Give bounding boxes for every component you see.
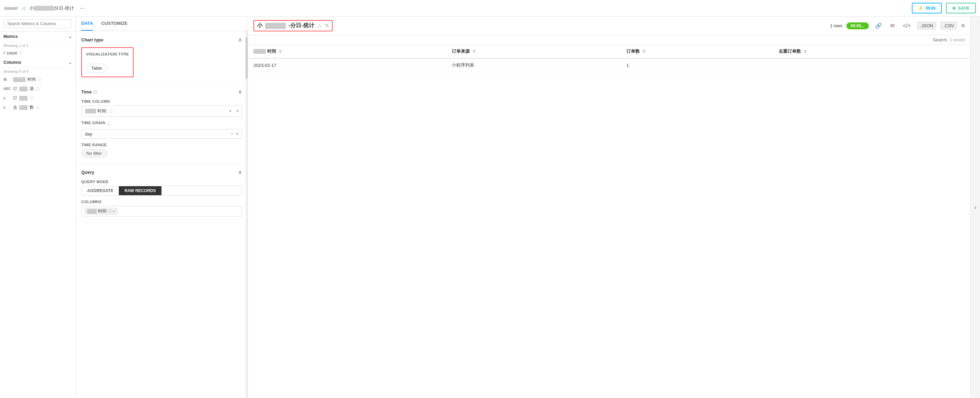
- time-grain-label: TIME GRAIN: [81, 121, 105, 125]
- metrics-collapse-icon: ▲: [68, 35, 72, 38]
- query-header[interactable]: Query ∧: [81, 169, 242, 176]
- info-icon-col-0[interactable]: ⓘ: [38, 77, 41, 82]
- save-button[interactable]: ⊕ SAVE: [946, 3, 976, 13]
- top-bar: dataset ◁ 小 分日-统计 ··· ⚡ RUN ⊕ SAVE: [0, 0, 980, 16]
- metrics-section-header[interactable]: Metrics ▲: [0, 31, 75, 42]
- table-row: 2023-02-17 小程序列表 1: [248, 58, 970, 72]
- info-icon-count[interactable]: ⓘ: [19, 51, 22, 56]
- search-bar: Search 1 record: [248, 35, 970, 45]
- right-header: 小 -分日-统计 ☆ ✎ 1 rows 00:00... 🔗 ✉ </> .JS…: [248, 16, 970, 35]
- cell-0-0: 2023-02-17: [248, 58, 446, 72]
- right-sidebar-toggle[interactable]: ›: [970, 16, 980, 398]
- search-box: [0, 16, 75, 31]
- search-bar-info: 1 record: [950, 38, 965, 42]
- scrollbar-thumb[interactable]: [245, 37, 248, 78]
- col-header-1[interactable]: 订单来源 ⇅: [446, 45, 621, 58]
- col-name-suffix-3: 数: [30, 104, 34, 110]
- col-type-icon-3: #: [3, 105, 11, 110]
- col-header-text-1: 订单来源: [452, 49, 470, 54]
- time-grain-info-icon[interactable]: ⓘ: [107, 121, 111, 126]
- mail-icon[interactable]: ✉: [888, 22, 897, 30]
- tag-info-icon-0[interactable]: ⓘ: [108, 209, 111, 214]
- left-panel: Metrics ▲ Showing 1 of 1 f count ⓘ Colum…: [0, 16, 76, 398]
- sort-icon-1: ⇅: [473, 49, 476, 53]
- columns-section-header[interactable]: Columns ▲: [0, 57, 75, 68]
- dataset-label: dataset: [4, 6, 18, 11]
- chart-title-blurred: [265, 23, 286, 29]
- col-name-blurred-3: [19, 105, 27, 110]
- more-menu-icon[interactable]: ≡: [961, 22, 965, 29]
- sort-icon-3: ⇅: [804, 49, 807, 53]
- table-container: 时间 ⇅ 订单来源 ⇅ 订单数 ⇅: [248, 45, 970, 398]
- timer-badge: 00:00...: [846, 22, 869, 29]
- raw-records-button[interactable]: RAW RECORDS: [119, 186, 161, 195]
- query-section: Query ∧ QUERY MODE AGGREGATE RAW RECORDS…: [76, 163, 248, 222]
- col-type-icon-0: ⊞: [3, 77, 11, 82]
- json-button[interactable]: .JSON: [917, 22, 936, 30]
- columns-tag-input[interactable]: 时间 ⓘ ×: [81, 206, 242, 217]
- chart-title: 小 -分日-统计: [257, 22, 314, 29]
- scrollbar-track[interactable]: [245, 16, 248, 398]
- search-input[interactable]: [3, 19, 72, 28]
- star-icon[interactable]: ☆: [317, 22, 322, 29]
- title-actions: ☆ ✎: [317, 22, 329, 29]
- col-header-3[interactable]: 去重订单数 ⇅: [773, 45, 970, 58]
- data-table: 时间 ⇅ 订单来源 ⇅ 订单数 ⇅: [248, 45, 970, 72]
- col-header-blurred-0: [253, 49, 266, 54]
- chart-type-section: Chart type ∧ VISUALIZATION TYPETable: [76, 31, 248, 83]
- time-info-icon[interactable]: ⓘ: [93, 90, 97, 94]
- metric-item-count[interactable]: f count ⓘ: [0, 49, 75, 57]
- info-icon-time-col[interactable]: ⓘ: [109, 109, 113, 114]
- dataset-options-button[interactable]: ···: [78, 4, 86, 13]
- tab-data[interactable]: DATA: [81, 16, 93, 31]
- select-arrow-icon: ▾: [229, 109, 231, 113]
- info-icon-col-2[interactable]: ⓘ: [30, 96, 33, 101]
- info-icon-col-3[interactable]: ⓘ: [36, 105, 39, 110]
- run-button[interactable]: ⚡ RUN: [912, 3, 942, 13]
- code-icon[interactable]: </>: [901, 22, 913, 30]
- link-icon[interactable]: 🔗: [873, 22, 884, 30]
- col-header-2[interactable]: 订单数 ⇅: [621, 45, 773, 58]
- column-item-2[interactable]: # 订 ⓘ: [0, 93, 75, 103]
- time-column-select[interactable]: 时间 ⓘ ▾: [81, 105, 242, 117]
- chart-title-container: 小 -分日-统计 ☆ ✎: [253, 20, 332, 31]
- col-name-2: 订: [13, 95, 17, 101]
- col-name-suffix-0: 时间: [27, 77, 36, 82]
- aggregate-button[interactable]: AGGREGATE: [82, 186, 119, 195]
- col-type-icon-1: ABC: [3, 87, 11, 91]
- col-name-blurred-2: [19, 96, 27, 101]
- rows-badge: 1 rows: [830, 24, 842, 28]
- right-panel: 小 -分日-统计 ☆ ✎ 1 rows 00:00... 🔗 ✉ </> .JS…: [248, 16, 970, 398]
- function-icon: f: [3, 51, 5, 55]
- dataset-name: 小 分日-统计: [29, 5, 74, 11]
- sort-icon-2: ⇅: [643, 49, 646, 53]
- time-grain-clear-icon[interactable]: ×: [231, 131, 234, 137]
- column-item-3[interactable]: # 去 数 ⓘ: [0, 103, 75, 112]
- dataset-nav-icon[interactable]: ◁: [22, 5, 25, 11]
- viz-type-pill[interactable]: Table: [86, 64, 107, 72]
- info-icon-col-1[interactable]: ⓘ: [36, 86, 39, 91]
- col-header-0[interactable]: 时间 ⇅: [248, 45, 446, 58]
- tab-customize[interactable]: CUSTOMIZE: [101, 16, 127, 31]
- time-column-label: TIME COLUMN: [81, 99, 242, 104]
- csv-button[interactable]: .CSV: [940, 22, 957, 30]
- time-grain-select[interactable]: day × ▾: [81, 129, 242, 139]
- time-grain-arrow-icon: ▾: [236, 131, 238, 136]
- chevron-right-icon: ›: [975, 204, 977, 211]
- time-range-button[interactable]: No filter: [81, 149, 107, 158]
- col-header-text-2: 订单数: [626, 49, 640, 54]
- time-grain-value: day: [85, 131, 228, 137]
- col-name-suffix-1: 源: [30, 86, 34, 92]
- metrics-title: Metrics: [3, 34, 18, 39]
- middle-tab-bar: DATA CUSTOMIZE: [76, 16, 248, 31]
- column-item-1[interactable]: ABC 订 源 ⓘ: [0, 84, 75, 93]
- tag-close-icon-0[interactable]: ×: [113, 209, 115, 214]
- column-item-0[interactable]: ⊞ 时间 ⓘ: [0, 75, 75, 84]
- chart-type-header[interactable]: Chart type ∧: [81, 37, 242, 43]
- time-collapse-icon: ∧: [238, 89, 242, 95]
- lightning-icon: ⚡: [918, 5, 924, 11]
- time-header[interactable]: Time ⓘ ∧: [81, 89, 242, 95]
- chart-type-collapse-icon: ∧: [238, 37, 242, 43]
- edit-icon[interactable]: ✎: [325, 22, 329, 29]
- metric-name-count: count: [7, 51, 17, 56]
